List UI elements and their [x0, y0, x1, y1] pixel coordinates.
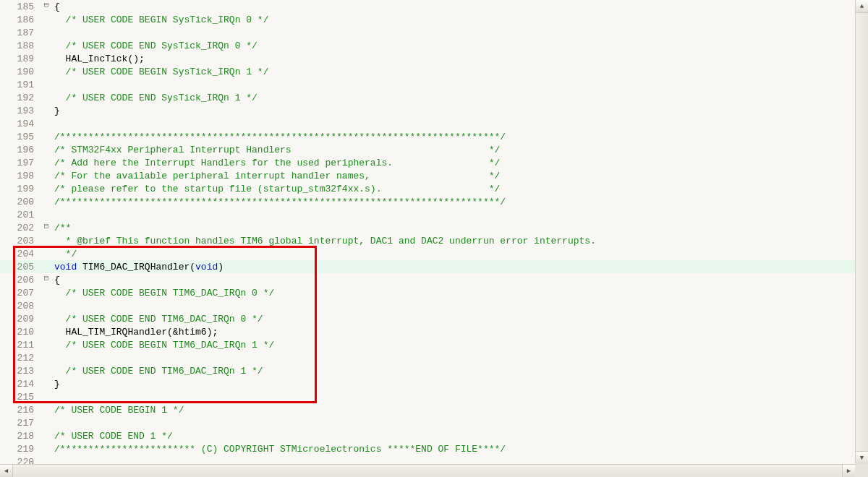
code-text[interactable]: void TIM6_DAC_IRQHandler(void) — [40, 262, 224, 272]
scroll-down-button[interactable]: ▼ — [856, 451, 868, 464]
code-line[interactable]: 192 /* USER CODE END SysTick_IRQn 1 */ — [0, 91, 855, 104]
code-line[interactable]: 213 /* USER CODE END TIM6_DAC_IRQn 1 */ — [0, 364, 855, 377]
code-text[interactable]: HAL_IncTick(); — [40, 53, 145, 64]
code-text[interactable]: /* USER CODE END SysTick_IRQn 0 */ — [40, 40, 258, 51]
code-text[interactable]: /***************************************… — [40, 197, 506, 207]
code-text[interactable]: /* For the available peripheral interrup… — [40, 171, 500, 181]
line-number: 208 — [0, 301, 40, 311]
code-text[interactable]: /* USER CODE END TIM6_DAC_IRQn 0 */ — [40, 314, 263, 325]
line-number: 213 — [0, 366, 40, 377]
line-number: 217 — [0, 418, 40, 429]
line-number: 200 — [0, 197, 40, 207]
code-line[interactable]: 211 /* USER CODE BEGIN TIM6_DAC_IRQn 1 *… — [0, 338, 855, 351]
code-line[interactable]: 200/************************************… — [0, 195, 855, 208]
code-text[interactable]: /***************************************… — [40, 132, 506, 142]
line-number: 201 — [0, 210, 40, 220]
code-line[interactable]: 207 /* USER CODE BEGIN TIM6_DAC_IRQn 0 *… — [0, 286, 855, 299]
line-number: 194 — [0, 119, 40, 129]
line-number: 198 — [0, 171, 40, 181]
code-line[interactable]: 215 — [0, 390, 855, 403]
code-line[interactable]: 196/* STM32F4xx Peripheral Interrupt Han… — [0, 143, 855, 156]
code-text[interactable]: /* USER CODE BEGIN TIM6_DAC_IRQn 1 */ — [40, 340, 274, 351]
line-number: 214 — [0, 379, 40, 390]
horizontal-scrollbar[interactable]: ◀ ▶ — [0, 464, 855, 477]
code-line[interactable]: 202⊟/** — [0, 221, 855, 234]
fold-toggle-icon[interactable]: ⊟ — [41, 221, 51, 231]
code-text[interactable]: /************************ (C) COPYRIGHT … — [40, 444, 506, 455]
line-number: 211 — [0, 340, 40, 351]
code-text[interactable]: } — [40, 379, 60, 390]
scroll-right-button[interactable]: ▶ — [842, 465, 855, 477]
code-line[interactable]: 214} — [0, 377, 855, 390]
code-line[interactable]: 218/* USER CODE END 1 */ — [0, 429, 855, 442]
code-text[interactable]: * @brief This function handles TIM6 glob… — [40, 236, 596, 246]
code-line[interactable]: 209 /* USER CODE END TIM6_DAC_IRQn 0 */ — [0, 312, 855, 325]
code-line[interactable]: 205void TIM6_DAC_IRQHandler(void) — [0, 260, 855, 273]
code-line[interactable]: 191 — [0, 78, 855, 91]
line-number: 190 — [0, 66, 40, 77]
code-text[interactable]: } — [40, 106, 60, 116]
line-number: 207 — [0, 288, 40, 298]
scrollbar-corner — [855, 464, 868, 477]
code-line[interactable]: 197/* Add here the Interrupt Handlers fo… — [0, 156, 855, 169]
code-text[interactable]: /* STM32F4xx Peripheral Interrupt Handle… — [40, 145, 500, 155]
code-text[interactable]: /* USER CODE END TIM6_DAC_IRQn 1 */ — [40, 366, 263, 377]
line-number: 196 — [0, 145, 40, 155]
line-number: 210 — [0, 327, 40, 338]
line-number: 192 — [0, 93, 40, 103]
fold-toggle-icon[interactable]: ⊟ — [41, 0, 51, 9]
code-text[interactable]: /* USER CODE BEGIN TIM6_DAC_IRQn 0 */ — [40, 288, 274, 298]
line-number: 209 — [0, 314, 40, 325]
line-number: 220 — [0, 457, 40, 465]
code-text[interactable]: */ — [40, 249, 77, 259]
fold-toggle-icon[interactable]: ⊟ — [41, 273, 51, 283]
line-number: 185 — [0, 1, 40, 12]
code-line[interactable]: 212 — [0, 351, 855, 364]
code-editor[interactable]: 185⊟{186 /* USER CODE BEGIN SysTick_IRQn… — [0, 0, 855, 464]
line-number: 189 — [0, 53, 40, 64]
code-line[interactable]: 208 — [0, 299, 855, 312]
vertical-scrollbar[interactable]: ▲ ▼ — [855, 0, 868, 464]
code-text[interactable]: /* Add here the Interrupt Handlers for t… — [40, 158, 500, 168]
code-text[interactable]: /* please refer to the startup file (sta… — [40, 184, 500, 194]
line-number: 212 — [0, 353, 40, 364]
code-line[interactable]: 217 — [0, 416, 855, 429]
line-number: 218 — [0, 431, 40, 442]
code-text[interactable]: /* USER CODE END 1 */ — [40, 431, 173, 442]
line-number: 191 — [0, 80, 40, 90]
line-number: 186 — [0, 14, 40, 25]
code-text[interactable]: /* USER CODE BEGIN 1 */ — [40, 405, 184, 416]
line-number: 215 — [0, 392, 40, 403]
code-line[interactable]: 189 HAL_IncTick(); — [0, 52, 855, 65]
code-line[interactable]: 186 /* USER CODE BEGIN SysTick_IRQn 0 */ — [0, 13, 855, 26]
code-text[interactable]: HAL_TIM_IRQHandler(&htim6); — [40, 327, 218, 338]
code-line[interactable]: 220 — [0, 455, 855, 464]
code-line[interactable]: 193} — [0, 104, 855, 117]
scroll-up-button[interactable]: ▲ — [856, 0, 868, 13]
code-line[interactable]: 195/************************************… — [0, 130, 855, 143]
code-text[interactable]: /* USER CODE END SysTick_IRQn 1 */ — [40, 93, 258, 103]
code-line[interactable]: 190 /* USER CODE BEGIN SysTick_IRQn 1 */ — [0, 65, 855, 78]
code-line[interactable]: 198/* For the available peripheral inter… — [0, 169, 855, 182]
code-line[interactable]: 210 HAL_TIM_IRQHandler(&htim6); — [0, 325, 855, 338]
code-line[interactable]: 216/* USER CODE BEGIN 1 */ — [0, 403, 855, 416]
code-text[interactable]: /* USER CODE BEGIN SysTick_IRQn 0 */ — [40, 14, 268, 25]
code-line[interactable]: 206⊟{ — [0, 273, 855, 286]
code-line[interactable]: 219/************************ (C) COPYRIG… — [0, 442, 855, 455]
line-number: 219 — [0, 444, 40, 455]
code-line[interactable]: 199/* please refer to the startup file (… — [0, 182, 855, 195]
code-line[interactable]: 187 — [0, 26, 855, 39]
code-line[interactable]: 185⊟{ — [0, 0, 855, 13]
line-number: 204 — [0, 249, 40, 259]
line-number: 205 — [0, 262, 40, 272]
scroll-left-button[interactable]: ◀ — [0, 465, 13, 477]
line-number: 206 — [0, 275, 40, 285]
code-text[interactable]: /* USER CODE BEGIN SysTick_IRQn 1 */ — [40, 66, 268, 77]
line-number: 202 — [0, 223, 40, 233]
line-number: 199 — [0, 184, 40, 194]
code-line[interactable]: 201 — [0, 208, 855, 221]
code-line[interactable]: 188 /* USER CODE END SysTick_IRQn 0 */ — [0, 39, 855, 52]
code-line[interactable]: 194 — [0, 117, 855, 130]
code-line[interactable]: 204 */ — [0, 247, 855, 260]
code-line[interactable]: 203 * @brief This function handles TIM6 … — [0, 234, 855, 247]
